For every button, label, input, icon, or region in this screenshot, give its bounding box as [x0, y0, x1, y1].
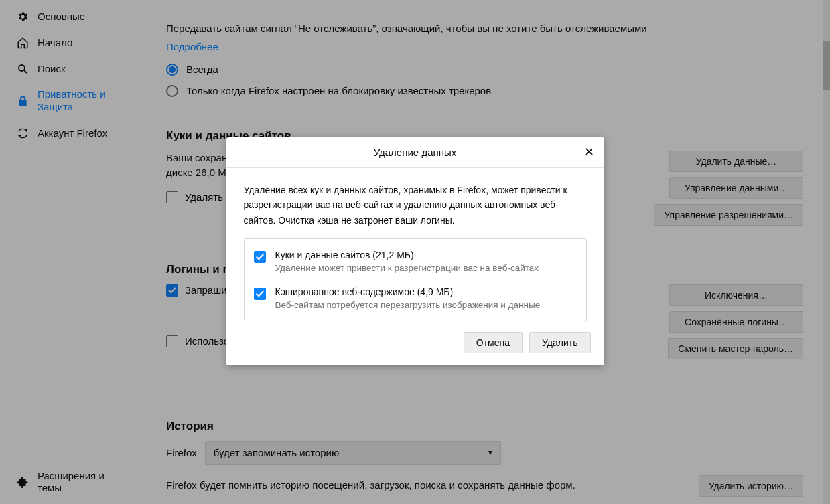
dialog-title-bar: Удаление данных ✕: [226, 137, 604, 168]
cookies-option[interactable]: Куки и данные сайтов (21,2 МБ) Удаление …: [254, 243, 577, 280]
dialog-warning-text: Удаление всех кук и данных сайтов, храни…: [244, 183, 587, 228]
settings-page: Основные Начало Поиск Приватность и Защи…: [0, 0, 830, 504]
option-description: Веб-сайтам потребуется перезагрузить изо…: [275, 300, 577, 310]
close-icon[interactable]: ✕: [581, 144, 598, 160]
checkbox-icon: [254, 288, 266, 300]
checkbox-icon: [254, 251, 266, 263]
option-label: Кэшированное веб-содержимое (4,9 МБ): [275, 286, 577, 297]
option-label: Куки и данные сайтов (21,2 МБ): [275, 250, 577, 260]
dialog-options-list: Куки и данные сайтов (21,2 МБ) Удаление …: [244, 238, 587, 321]
cancel-button[interactable]: Отмена: [464, 332, 523, 353]
option-description: Удаление может привести к разрегистрации…: [275, 263, 577, 273]
confirm-clear-button[interactable]: Удалить: [529, 332, 590, 353]
modal-overlay[interactable]: Удаление данных ✕ Удаление всех кук и да…: [0, 0, 830, 504]
dialog-title: Удаление данных: [374, 147, 457, 158]
clear-data-dialog: Удаление данных ✕ Удаление всех кук и да…: [226, 137, 604, 365]
cache-option[interactable]: Кэшированное веб-содержимое (4,9 МБ) Веб…: [254, 280, 577, 317]
